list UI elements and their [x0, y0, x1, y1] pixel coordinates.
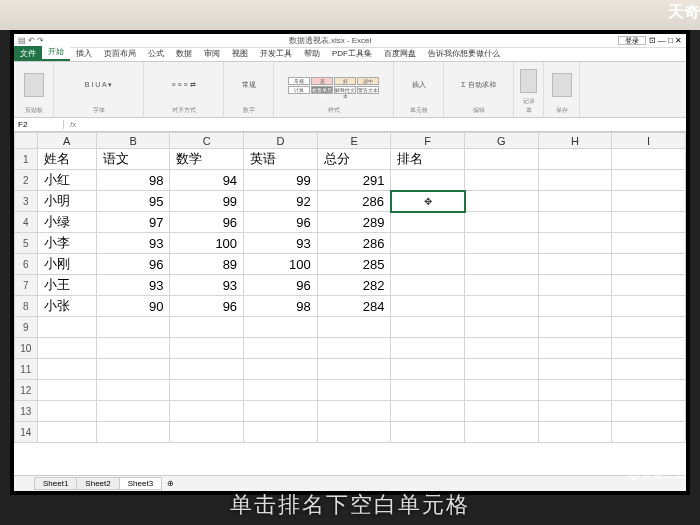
cell[interactable] — [37, 380, 96, 401]
row-header[interactable]: 14 — [15, 422, 38, 443]
add-sheet-button[interactable]: ⊕ — [161, 479, 180, 488]
cell[interactable]: 93 — [170, 275, 244, 296]
row-header[interactable]: 1 — [15, 149, 38, 170]
row-header[interactable]: 9 — [15, 317, 38, 338]
sheet-tab-active[interactable]: Sheet3 — [119, 477, 162, 490]
cell[interactable] — [612, 191, 686, 212]
tab-data[interactable]: 数据 — [170, 46, 198, 61]
cell[interactable] — [538, 380, 612, 401]
cell[interactable] — [538, 170, 612, 191]
cell[interactable] — [391, 359, 465, 380]
cell[interactable] — [612, 149, 686, 170]
cell[interactable]: 96 — [170, 212, 244, 233]
cell[interactable] — [317, 338, 391, 359]
selected-cell[interactable]: ✥ — [391, 191, 465, 212]
font-controls[interactable]: B I U A ▾ — [60, 64, 137, 106]
cell[interactable] — [612, 170, 686, 191]
style-item[interactable]: 计算 — [288, 86, 310, 94]
cell[interactable] — [244, 338, 318, 359]
col-header[interactable]: G — [465, 133, 539, 149]
cell[interactable] — [465, 170, 539, 191]
cell[interactable] — [612, 380, 686, 401]
cell[interactable]: 96 — [244, 212, 318, 233]
cell[interactable] — [317, 422, 391, 443]
cell[interactable] — [244, 422, 318, 443]
paste-icon[interactable] — [24, 73, 44, 97]
cell[interactable] — [538, 233, 612, 254]
tab-review[interactable]: 审阅 — [198, 46, 226, 61]
name-box[interactable]: F2 — [14, 120, 64, 129]
style-item[interactable]: 检查单元格 — [311, 86, 333, 94]
cell[interactable] — [244, 401, 318, 422]
cell[interactable] — [465, 254, 539, 275]
col-header[interactable]: A — [37, 133, 96, 149]
style-item[interactable]: 警告文本 — [357, 86, 379, 94]
cell[interactable]: 语文 — [96, 149, 170, 170]
row-header[interactable]: 4 — [15, 212, 38, 233]
cell[interactable]: 96 — [244, 275, 318, 296]
cell[interactable]: 94 — [170, 170, 244, 191]
cell[interactable] — [170, 380, 244, 401]
cloud-save-icon[interactable] — [552, 73, 572, 97]
cell[interactable] — [538, 317, 612, 338]
cell[interactable] — [37, 317, 96, 338]
cell[interactable] — [538, 401, 612, 422]
cell[interactable]: 289 — [317, 212, 391, 233]
cell[interactable]: 100 — [170, 233, 244, 254]
cell[interactable]: 93 — [244, 233, 318, 254]
row-header[interactable]: 5 — [15, 233, 38, 254]
cell[interactable]: 99 — [244, 170, 318, 191]
cell[interactable] — [612, 422, 686, 443]
cell[interactable] — [244, 359, 318, 380]
cell[interactable]: 小绿 — [37, 212, 96, 233]
cell[interactable] — [244, 380, 318, 401]
tab-tellme[interactable]: 告诉我你想要做什么 — [422, 46, 506, 61]
cell[interactable] — [612, 275, 686, 296]
cell[interactable] — [391, 338, 465, 359]
cell[interactable] — [317, 359, 391, 380]
sheet-tab[interactable]: Sheet2 — [76, 477, 119, 490]
cell[interactable] — [37, 422, 96, 443]
align-controls[interactable]: ≡ ≡ ≡ ⇄ — [150, 64, 217, 106]
record-icon[interactable] — [520, 69, 537, 93]
cell[interactable] — [465, 149, 539, 170]
worksheet-grid[interactable]: A B C D E F G H I 1 姓名 语文 数学 英语 总分 排名 — [14, 132, 686, 475]
cell[interactable] — [612, 233, 686, 254]
cell[interactable]: 98 — [244, 296, 318, 317]
cell[interactable]: 291 — [317, 170, 391, 191]
cell[interactable] — [538, 359, 612, 380]
cell[interactable] — [170, 338, 244, 359]
cell[interactable] — [170, 359, 244, 380]
cell[interactable] — [465, 401, 539, 422]
cell[interactable] — [465, 212, 539, 233]
col-header[interactable]: D — [244, 133, 318, 149]
cell[interactable]: 小王 — [37, 275, 96, 296]
cell[interactable] — [612, 296, 686, 317]
cell[interactable]: 93 — [96, 233, 170, 254]
cell[interactable] — [612, 254, 686, 275]
cell[interactable] — [391, 317, 465, 338]
cell[interactable] — [465, 233, 539, 254]
cell[interactable] — [391, 275, 465, 296]
cell[interactable] — [465, 359, 539, 380]
styles-gallery[interactable]: 常规 差 好 适中 计算 检查单元格 解释性文本 警告文本 — [288, 77, 379, 94]
cell[interactable]: 小李 — [37, 233, 96, 254]
row-header[interactable]: 12 — [15, 380, 38, 401]
style-item[interactable]: 常规 — [288, 77, 310, 85]
cell[interactable]: 95 — [96, 191, 170, 212]
cell[interactable] — [465, 422, 539, 443]
tab-pdf[interactable]: PDF工具集 — [326, 46, 378, 61]
cell[interactable] — [538, 275, 612, 296]
cell[interactable] — [465, 317, 539, 338]
cell[interactable] — [170, 422, 244, 443]
cell[interactable] — [391, 170, 465, 191]
cell[interactable]: 小明 — [37, 191, 96, 212]
cell[interactable] — [391, 380, 465, 401]
cell[interactable]: 99 — [170, 191, 244, 212]
row-header[interactable]: 3 — [15, 191, 38, 212]
cell[interactable] — [96, 380, 170, 401]
cell[interactable] — [612, 212, 686, 233]
cell[interactable] — [37, 359, 96, 380]
cell[interactable]: 282 — [317, 275, 391, 296]
cell[interactable] — [317, 380, 391, 401]
